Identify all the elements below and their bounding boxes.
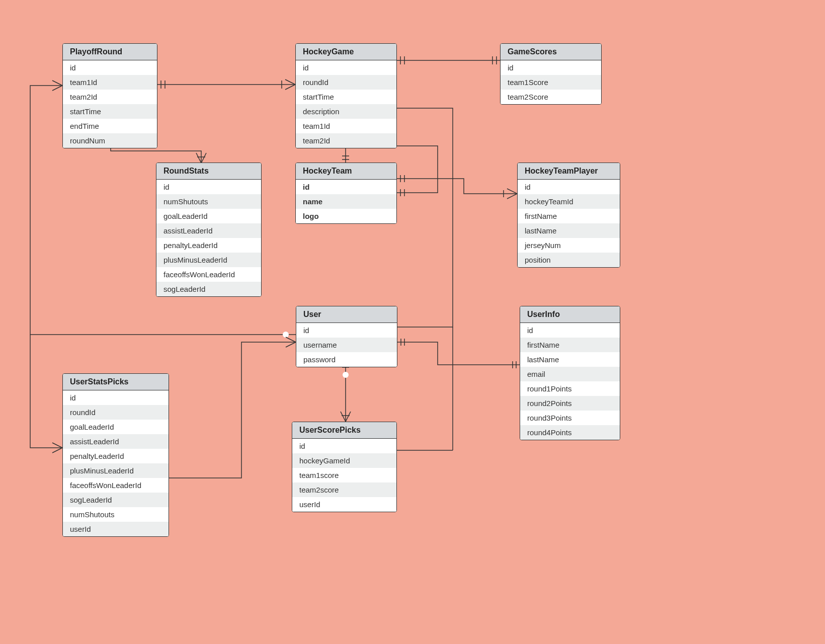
field: team1Id xyxy=(296,119,396,133)
field: numShutouts xyxy=(156,194,261,209)
field: penaltyLeaderId xyxy=(63,449,169,463)
field: hockeyGameId xyxy=(292,453,396,468)
svg-point-5 xyxy=(283,332,289,338)
field: round2Points xyxy=(520,396,620,411)
field: team2Id xyxy=(63,90,157,104)
entity-title: UserScorePicks xyxy=(292,422,396,439)
field: firstName xyxy=(518,209,620,223)
entity-gamescores: GameScores id team1Score team2Score xyxy=(500,43,602,105)
field: id xyxy=(296,180,396,194)
field: id xyxy=(156,180,261,194)
field: id xyxy=(520,323,620,338)
entity-title: UserStatsPicks xyxy=(63,374,169,390)
entity-hockeyteam: HockeyTeam id name logo xyxy=(295,163,397,224)
entity-title: UserInfo xyxy=(520,306,620,323)
field: startTime xyxy=(63,104,157,119)
field: faceoffsWonLeaderId xyxy=(156,267,261,282)
field: team1Id xyxy=(63,75,157,90)
field: id xyxy=(501,60,601,75)
field: assistLeaderId xyxy=(156,223,261,238)
field: team2Score xyxy=(501,90,601,104)
field: faceoffsWonLeaderId xyxy=(63,478,169,493)
field: logo xyxy=(296,209,396,223)
entity-playoffround: PlayoffRound id team1Id team2Id startTim… xyxy=(62,43,157,148)
entity-title: PlayoffRound xyxy=(63,44,157,60)
field: assistLeaderId xyxy=(63,434,169,449)
field: username xyxy=(296,338,397,352)
field: team2score xyxy=(292,482,396,497)
entity-title: HockeyTeamPlayer xyxy=(518,163,620,180)
field: plusMinusLeaderId xyxy=(156,253,261,267)
field: round1Points xyxy=(520,381,620,396)
field: roundId xyxy=(296,75,396,90)
field: lastName xyxy=(520,352,620,367)
field: jerseyNum xyxy=(518,238,620,253)
field: goalLeaderId xyxy=(156,209,261,223)
entity-userscorepicks: UserScorePicks id hockeyGameId team1scor… xyxy=(292,422,397,512)
field: roundId xyxy=(63,405,169,420)
field: id xyxy=(63,390,169,405)
field: email xyxy=(520,367,620,381)
field: numShutouts xyxy=(63,507,169,522)
field: team1Score xyxy=(501,75,601,90)
field: team2Id xyxy=(296,133,396,148)
field: endTime xyxy=(63,119,157,133)
entity-roundstats: RoundStats id numShutouts goalLeaderId a… xyxy=(156,163,262,297)
field: password xyxy=(296,352,397,367)
svg-point-4 xyxy=(343,372,349,378)
field: id xyxy=(518,180,620,194)
field: id xyxy=(296,323,397,338)
field: userId xyxy=(63,522,169,536)
field: startTime xyxy=(296,90,396,104)
field: penaltyLeaderId xyxy=(156,238,261,253)
field: name xyxy=(296,194,396,209)
field: team1score xyxy=(292,468,396,482)
entity-hockeygame: HockeyGame id roundId startTime descript… xyxy=(295,43,397,148)
field: position xyxy=(518,253,620,267)
field: hockeyTeamId xyxy=(518,194,620,209)
entity-title: User xyxy=(296,306,397,323)
field: round3Points xyxy=(520,411,620,425)
field: goalLeaderId xyxy=(63,420,169,434)
field: roundNum xyxy=(63,133,157,148)
field: plusMinusLeaderId xyxy=(63,463,169,478)
entity-title: RoundStats xyxy=(156,163,261,180)
entity-title: HockeyTeam xyxy=(296,163,396,180)
field: id xyxy=(63,60,157,75)
field: description xyxy=(296,104,396,119)
field: lastName xyxy=(518,223,620,238)
entity-user: User id username password xyxy=(296,306,397,367)
entity-userinfo: UserInfo id firstName lastName email rou… xyxy=(520,306,620,440)
field: userId xyxy=(292,497,396,512)
field: sogLeaderId xyxy=(156,282,261,296)
entity-userstatspicks: UserStatsPicks id roundId goalLeaderId a… xyxy=(62,373,169,537)
field: sogLeaderId xyxy=(63,493,169,507)
field: id xyxy=(296,60,396,75)
field: firstName xyxy=(520,338,620,352)
entity-hockeyteamplayer: HockeyTeamPlayer id hockeyTeamId firstNa… xyxy=(517,163,620,268)
entity-title: GameScores xyxy=(501,44,601,60)
field: id xyxy=(292,439,396,453)
field: round4Points xyxy=(520,425,620,440)
entity-title: HockeyGame xyxy=(296,44,396,60)
